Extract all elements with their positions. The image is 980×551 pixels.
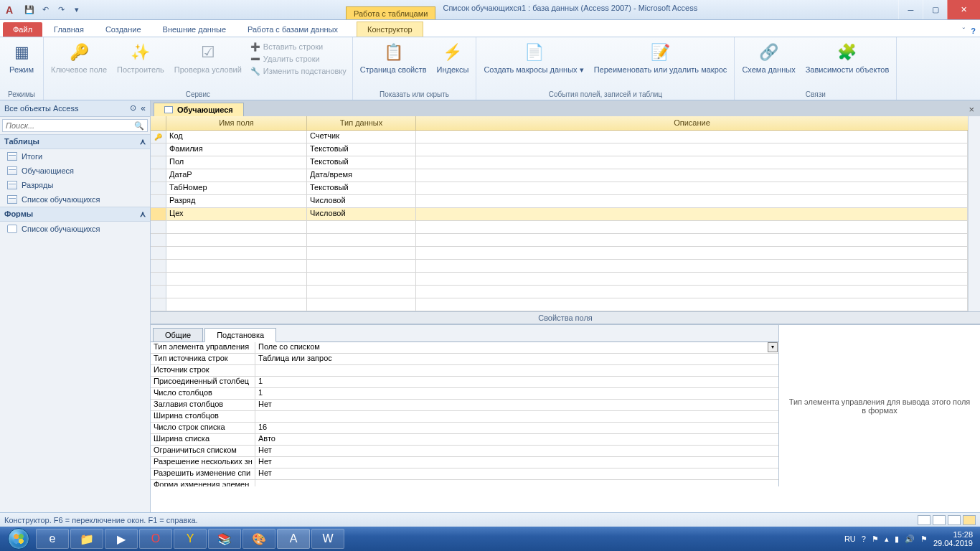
field-desc-cell[interactable] bbox=[416, 208, 968, 220]
tab-external-data[interactable]: Внешние данные bbox=[153, 22, 236, 37]
taskbar-media[interactable]: ▶ bbox=[105, 529, 138, 549]
field-row[interactable]: РазрядЧисловой bbox=[151, 195, 968, 208]
property-row[interactable]: Форма изменения элемен bbox=[151, 480, 778, 486]
vertical-scrollbar[interactable] bbox=[968, 116, 980, 311]
taskbar-paint[interactable]: 🎨 bbox=[242, 529, 275, 549]
property-row[interactable]: Ширина столбцов bbox=[151, 411, 778, 423]
maximize-button[interactable]: ▢ bbox=[923, 0, 947, 19]
field-type-cell[interactable] bbox=[307, 247, 416, 259]
property-value-cell[interactable]: Поле со списком▾ bbox=[255, 342, 778, 353]
property-value-cell[interactable]: Нет bbox=[255, 400, 778, 410]
property-value[interactable]: Поле со списком bbox=[258, 342, 320, 351]
property-value[interactable]: Нет bbox=[258, 457, 272, 466]
row-selector[interactable] bbox=[151, 298, 166, 311]
field-row[interactable]: ПолТекстовый bbox=[151, 156, 968, 169]
view-pivot-chart-icon[interactable] bbox=[948, 515, 961, 525]
view-design-icon[interactable] bbox=[963, 515, 976, 525]
nav-section-forms[interactable]: Формы ⋏ bbox=[0, 207, 150, 222]
property-value[interactable]: Таблица или запрос bbox=[258, 354, 332, 362]
property-value-cell[interactable]: Нет bbox=[255, 457, 778, 468]
property-value-cell[interactable]: Авто bbox=[255, 434, 778, 445]
property-value-cell[interactable] bbox=[255, 480, 778, 486]
field-desc-cell[interactable] bbox=[416, 195, 968, 207]
row-selector[interactable]: 🔑 bbox=[151, 131, 166, 143]
field-row[interactable] bbox=[151, 234, 968, 247]
collapse-icon[interactable]: ⋏ bbox=[140, 209, 146, 219]
taskbar-access[interactable]: A bbox=[277, 529, 310, 549]
field-type-cell[interactable]: Текстовый bbox=[307, 143, 416, 156]
navpane-shutter-icon[interactable]: « bbox=[141, 103, 146, 113]
row-selector[interactable] bbox=[151, 156, 166, 169]
dropdown-icon[interactable]: ▾ bbox=[768, 342, 778, 352]
field-type-cell[interactable]: Дата/время bbox=[307, 169, 416, 182]
save-icon[interactable]: 💾 bbox=[23, 4, 36, 17]
field-name-cell[interactable]: Код bbox=[166, 131, 307, 143]
dependencies-button[interactable]: 🧩 Зависимости объектов bbox=[803, 39, 892, 75]
field-name-cell[interactable]: Разряд bbox=[166, 195, 307, 207]
property-tab-general[interactable]: Общие bbox=[153, 328, 203, 342]
nav-table-item[interactable]: Список обучающихся bbox=[0, 192, 150, 207]
field-row[interactable] bbox=[151, 298, 968, 311]
row-selector[interactable] bbox=[151, 169, 166, 182]
field-desc-cell[interactable] bbox=[416, 143, 968, 156]
field-desc-cell[interactable] bbox=[416, 298, 968, 311]
properties-splitter[interactable]: Свойства поля bbox=[151, 311, 980, 324]
start-button[interactable] bbox=[3, 527, 34, 551]
nav-form-item[interactable]: Список обучающихся bbox=[0, 222, 150, 236]
field-row[interactable]: ДатаРДата/время bbox=[151, 169, 968, 182]
navpane-header[interactable]: Все объекты Access ⊙ « bbox=[0, 100, 150, 117]
row-selector[interactable] bbox=[151, 221, 166, 233]
row-selector[interactable] bbox=[151, 234, 166, 246]
property-row[interactable]: Источник строк bbox=[151, 365, 778, 377]
property-value[interactable]: Нет bbox=[258, 468, 272, 477]
property-value[interactable]: 1 bbox=[258, 377, 263, 385]
field-row[interactable] bbox=[151, 247, 968, 260]
close-button[interactable]: ✕ bbox=[947, 0, 980, 19]
property-value-cell[interactable]: 1 bbox=[255, 377, 778, 387]
language-indicator[interactable]: RU bbox=[844, 534, 856, 543]
field-row[interactable]: ЦехЧисловой bbox=[151, 208, 968, 221]
view-datasheet-icon[interactable] bbox=[918, 515, 930, 525]
nav-table-item[interactable]: Обучающиеся bbox=[0, 164, 150, 178]
row-selector[interactable] bbox=[151, 195, 166, 207]
field-name-cell[interactable]: Фамилия bbox=[166, 143, 307, 156]
field-row[interactable] bbox=[151, 286, 968, 298]
field-name-cell[interactable] bbox=[166, 260, 307, 272]
nav-table-item[interactable]: Разряды bbox=[0, 178, 150, 192]
taskbar-explorer[interactable]: 📁 bbox=[70, 529, 103, 549]
property-row[interactable]: Разрешить изменение спиНет bbox=[151, 468, 778, 480]
row-selector[interactable] bbox=[151, 208, 166, 220]
field-desc-cell[interactable] bbox=[416, 234, 968, 246]
property-row[interactable]: Разрешение нескольких знНет bbox=[151, 457, 778, 468]
help-icon[interactable]: ? bbox=[971, 27, 976, 35]
search-icon[interactable]: 🔍 bbox=[131, 121, 147, 131]
property-tab-lookup[interactable]: Подстановка bbox=[204, 328, 276, 342]
field-type-cell[interactable] bbox=[307, 298, 416, 311]
property-value-cell[interactable]: Таблица или запрос bbox=[255, 354, 778, 364]
rename-macro-button[interactable]: 📝 Переименовать или удалить макрос bbox=[591, 39, 730, 75]
field-row[interactable] bbox=[151, 221, 968, 234]
field-name-cell[interactable] bbox=[166, 286, 307, 298]
nav-table-item[interactable]: Итоги bbox=[0, 149, 150, 164]
taskbar-ie[interactable]: e bbox=[36, 529, 69, 549]
field-type-cell[interactable] bbox=[307, 234, 416, 246]
property-value[interactable]: Нет bbox=[258, 400, 272, 408]
property-value[interactable]: 16 bbox=[258, 423, 267, 431]
property-value-cell[interactable]: 1 bbox=[255, 388, 778, 399]
view-button[interactable]: ▦ Режим bbox=[4, 39, 39, 75]
property-row[interactable]: Ограничиться спискомНет bbox=[151, 446, 778, 457]
column-header-type[interactable]: Тип данных bbox=[307, 116, 416, 130]
field-name-cell[interactable] bbox=[166, 273, 307, 285]
tab-database-tools[interactable]: Работа с базами данных bbox=[237, 22, 348, 37]
tray-flag-icon[interactable]: ⚑ bbox=[920, 534, 928, 544]
field-name-cell[interactable] bbox=[166, 234, 307, 246]
field-row[interactable]: ТабНомерТекстовый bbox=[151, 182, 968, 195]
field-name-cell[interactable] bbox=[166, 298, 307, 311]
property-value-cell[interactable]: Нет bbox=[255, 446, 778, 456]
property-value-cell[interactable] bbox=[255, 365, 778, 376]
view-pivot-table-icon[interactable] bbox=[933, 515, 946, 525]
row-selector[interactable] bbox=[151, 247, 166, 259]
field-row[interactable] bbox=[151, 273, 968, 286]
relationships-button[interactable]: 🔗 Схема данных bbox=[739, 39, 798, 75]
tray-action-center-icon[interactable]: ⚑ bbox=[872, 534, 879, 544]
